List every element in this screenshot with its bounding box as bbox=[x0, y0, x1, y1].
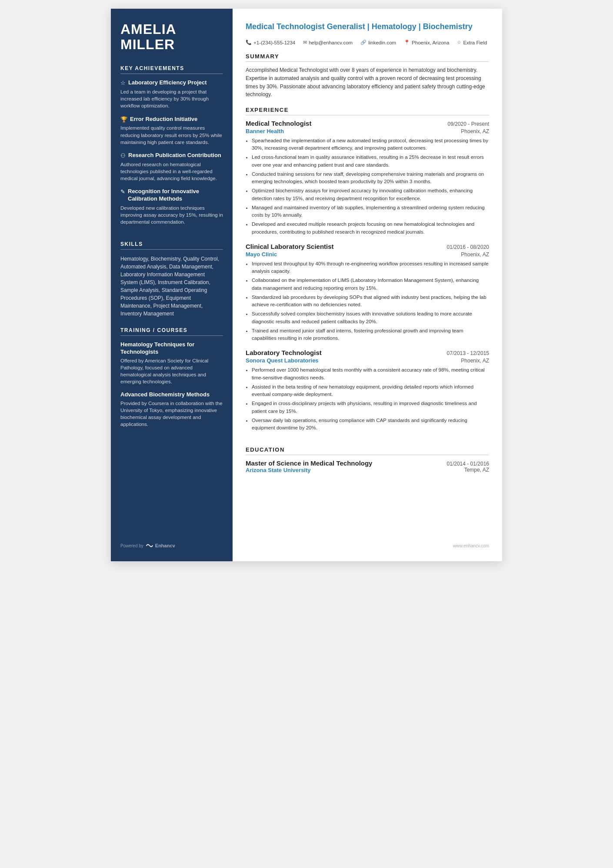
exp-company-3: Sonora Quest Laboratories bbox=[246, 357, 319, 364]
achievement-title-3: Research Publication Contribution bbox=[128, 152, 221, 159]
achievement-title-4: Recognition for Innovative Calibration M… bbox=[128, 188, 223, 203]
extra-contact: ☆ Extra Field bbox=[457, 40, 487, 45]
bullet: Spearheaded the implementation of a new … bbox=[252, 137, 489, 152]
training-item-2: Advanced Biochemistry Methods Provided b… bbox=[120, 391, 223, 428]
exp-dates-1: 09/2020 - Present bbox=[448, 121, 489, 127]
bullet: Developed and executed multiple research… bbox=[252, 221, 489, 236]
resume-container: AMELIA MILLER KEY ACHIEVEMENTS ☆ Laborat… bbox=[111, 9, 502, 561]
achievement-item-4: ✎ Recognition for Innovative Calibration… bbox=[120, 188, 223, 225]
training-item-1: Hematology Techniques for Technologists … bbox=[120, 341, 223, 385]
achievement-desc-2: Implemented quality control measures red… bbox=[120, 124, 223, 145]
exp-dates-2: 01/2016 - 08/2020 bbox=[447, 244, 489, 250]
bullet: Improved test throughput by 40% through … bbox=[252, 260, 489, 275]
sidebar: AMELIA MILLER KEY ACHIEVEMENTS ☆ Laborat… bbox=[111, 9, 233, 561]
powered-by-label: Powered by bbox=[120, 543, 143, 548]
footer-url: www.enhancv.com bbox=[453, 543, 489, 548]
location-text: Phoenix, Arizona bbox=[412, 40, 449, 45]
achievement-icon-2: 🏆 bbox=[120, 116, 127, 123]
bullet: Successfully solved complex biochemistry… bbox=[252, 310, 489, 325]
email-contact: ✉ help@enhancv.com bbox=[303, 40, 353, 45]
last-name: MILLER bbox=[120, 37, 223, 52]
training-title-2: Advanced Biochemistry Methods bbox=[120, 391, 223, 399]
bullet: Managed and maintained inventory of lab … bbox=[252, 204, 489, 219]
exp-dates-3: 07/2013 - 12/2015 bbox=[447, 350, 489, 356]
exp-role-2: Clinical Laboratory Scientist bbox=[246, 243, 334, 250]
education-section: EDUCATION Master of Science in Medical T… bbox=[246, 446, 489, 478]
training-desc-2: Provided by Coursera in collaboration wi… bbox=[120, 400, 223, 428]
first-name: AMELIA bbox=[120, 22, 223, 37]
bullet: Conducted training sessions for new staf… bbox=[252, 171, 489, 186]
phone-icon: 📞 bbox=[246, 40, 252, 45]
exp-role-1: Medical Technologist bbox=[246, 120, 311, 127]
edu-item-1: Master of Science in Medical Technology … bbox=[246, 459, 489, 473]
bullet: Standardized lab procedures by developin… bbox=[252, 294, 489, 309]
achievement-desc-3: Authored research on hematological techn… bbox=[120, 161, 223, 182]
exp-bullets-1: Spearheaded the implementation of a new … bbox=[246, 137, 489, 236]
contact-row: 📞 +1-(234)-555-1234 ✉ help@enhancv.com 🔗… bbox=[246, 40, 489, 45]
edu-dates-1: 01/2014 - 01/2016 bbox=[447, 461, 489, 467]
experience-title: EXPERIENCE bbox=[246, 107, 489, 115]
achievement-desc-4: Developed new calibration techniques imp… bbox=[120, 204, 223, 225]
exp-role-3: Laboratory Technologist bbox=[246, 349, 322, 356]
brand-name: Enhancv bbox=[155, 543, 175, 548]
linkedin-icon: 🔗 bbox=[360, 40, 366, 45]
skills-text: Hematology, Biochemistry, Quality Contro… bbox=[120, 255, 223, 318]
linkedin-text: linkedin.com bbox=[368, 40, 396, 45]
edu-location-1: Tempe, AZ bbox=[464, 467, 489, 473]
skills-title: SKILLS bbox=[120, 241, 223, 250]
education-title: EDUCATION bbox=[246, 446, 489, 455]
exp-company-1: Banner Health bbox=[246, 128, 284, 134]
exp-item-1: Medical Technologist 09/2020 - Present B… bbox=[246, 120, 489, 236]
experience-section: EXPERIENCE Medical Technologist 09/2020 … bbox=[246, 107, 489, 439]
achievement-desc-1: Led a team in developing a project that … bbox=[120, 88, 223, 109]
bullet: Performed over 1000 hematological tests … bbox=[252, 366, 489, 382]
bullet: Led cross-functional team in quality ass… bbox=[252, 154, 489, 169]
achievement-icon-3: ⚇ bbox=[120, 152, 126, 159]
bullet: Trained and mentored junior staff and in… bbox=[252, 327, 489, 342]
achievement-icon-1: ☆ bbox=[120, 80, 126, 86]
summary-section: SUMMARY Accomplished Medical Technologis… bbox=[246, 53, 489, 98]
main-content: Medical Technologist Generalist | Hemato… bbox=[233, 9, 502, 561]
job-title: Medical Technologist Generalist | Hemato… bbox=[246, 22, 489, 32]
achievements-section: KEY ACHIEVEMENTS ☆ Laboratory Efficiency… bbox=[120, 65, 223, 231]
training-title: TRAINING / COURSES bbox=[120, 327, 223, 336]
summary-title: SUMMARY bbox=[246, 53, 489, 62]
email-text: help@enhancv.com bbox=[309, 40, 353, 45]
training-section: TRAINING / COURSES Hematology Techniques… bbox=[120, 327, 223, 434]
exp-location-3: Phoenix, AZ bbox=[461, 358, 489, 364]
bullet: Engaged in cross-disciplinary projects w… bbox=[252, 400, 489, 415]
extra-text: Extra Field bbox=[463, 40, 487, 45]
location-contact: 📍 Phoenix, Arizona bbox=[404, 40, 449, 45]
name-block: AMELIA MILLER bbox=[120, 22, 223, 52]
training-title-1: Hematology Techniques for Technologists bbox=[120, 341, 223, 356]
bullet: Assisted in the beta testing of new hema… bbox=[252, 383, 489, 399]
job-title-header: Medical Technologist Generalist | Hemato… bbox=[246, 22, 489, 32]
email-icon: ✉ bbox=[303, 40, 307, 45]
enhancv-icon bbox=[146, 543, 153, 548]
bullet: Oversaw daily lab operations, ensuring c… bbox=[252, 417, 489, 432]
achievements-title: KEY ACHIEVEMENTS bbox=[120, 65, 223, 74]
achievement-item-1: ☆ Laboratory Efficiency Project Led a te… bbox=[120, 79, 223, 109]
skills-section: SKILLS Hematology, Biochemistry, Quality… bbox=[120, 241, 223, 318]
achievement-item-2: 🏆 Error Reduction Initiative Implemented… bbox=[120, 116, 223, 146]
achievement-item-3: ⚇ Research Publication Contribution Auth… bbox=[120, 152, 223, 182]
exp-company-2: Mayo Clinic bbox=[246, 251, 277, 258]
exp-bullets-2: Improved test throughput by 40% through … bbox=[246, 260, 489, 342]
sidebar-footer: Powered by Enhancv bbox=[120, 534, 223, 548]
linkedin-contact: 🔗 linkedin.com bbox=[360, 40, 396, 45]
exp-location-2: Phoenix, AZ bbox=[461, 251, 489, 258]
edu-school-1: Arizona State University bbox=[246, 467, 311, 473]
bullet: Optimized biochemistry assays for improv… bbox=[252, 187, 489, 202]
exp-item-2: Clinical Laboratory Scientist 01/2016 - … bbox=[246, 243, 489, 342]
phone-contact: 📞 +1-(234)-555-1234 bbox=[246, 40, 295, 45]
exp-item-3: Laboratory Technologist 07/2013 - 12/201… bbox=[246, 349, 489, 432]
exp-location-1: Phoenix, AZ bbox=[461, 128, 489, 134]
summary-text: Accomplished Medical Technologist with o… bbox=[246, 66, 489, 98]
achievement-icon-4: ✎ bbox=[120, 188, 125, 195]
phone-text: +1-(234)-555-1234 bbox=[253, 40, 295, 45]
edu-degree-1: Master of Science in Medical Technology bbox=[246, 459, 372, 467]
exp-bullets-3: Performed over 1000 hematological tests … bbox=[246, 366, 489, 432]
achievement-title-1: Laboratory Efficiency Project bbox=[128, 79, 207, 87]
achievement-title-2: Error Reduction Initiative bbox=[130, 116, 197, 123]
enhancv-logo: Enhancv bbox=[146, 543, 175, 548]
